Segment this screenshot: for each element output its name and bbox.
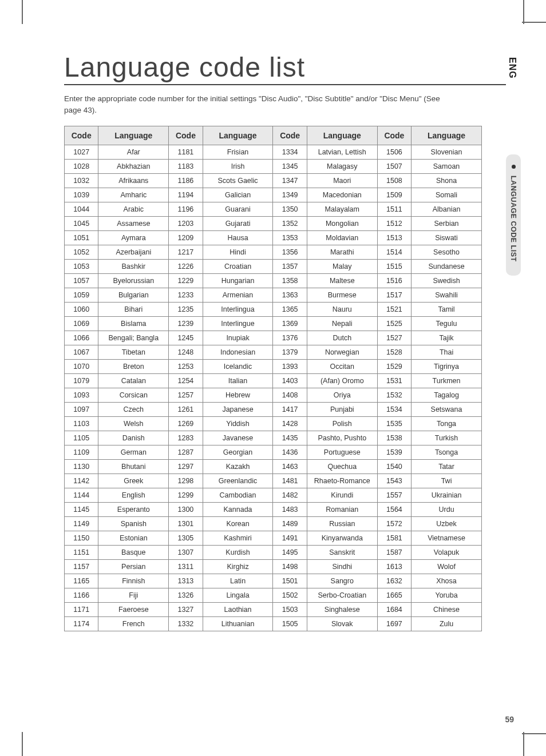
language-cell: Twi — [412, 474, 482, 488]
col-code: Code — [65, 126, 98, 145]
code-cell: 1028 — [65, 159, 98, 173]
language-cell: Sesotho — [412, 245, 482, 259]
language-cell: Volapuk — [412, 545, 482, 559]
code-cell: 1174 — [65, 616, 98, 631]
code-cell: 1097 — [65, 402, 98, 416]
table-row: 1157Persian1311Kirghiz1498Sindhi1613Wolo… — [65, 559, 482, 574]
code-cell: 1428 — [273, 416, 307, 431]
language-cell: Norwegian — [307, 345, 377, 359]
language-cell: Tsonga — [412, 445, 482, 459]
code-cell: 1070 — [65, 359, 98, 373]
table-header-row: Code Language Code Language Code Languag… — [65, 126, 482, 145]
table-row: 1044Arabic1196Guarani1350Malayalam1511Al… — [65, 202, 482, 216]
language-cell: Czech — [98, 402, 169, 416]
language-cell: Kannada — [203, 502, 273, 516]
code-cell: 1145 — [65, 502, 98, 516]
language-cell: Ukrainian — [412, 488, 482, 502]
code-cell: 1516 — [377, 273, 411, 288]
language-cell: Somali — [412, 188, 482, 202]
code-cell: 1248 — [169, 345, 203, 359]
language-cell: Bihari — [98, 302, 169, 316]
language-cell: Zulu — [412, 616, 482, 631]
code-cell: 1229 — [169, 273, 203, 288]
table-row: 1093Corsican1257Hebrew1408Oriya1532Tagal… — [65, 388, 482, 402]
code-cell: 1239 — [169, 316, 203, 331]
code-cell: 1345 — [273, 159, 307, 173]
language-cell: German — [98, 445, 169, 459]
code-cell: 1435 — [273, 431, 307, 445]
code-cell: 1349 — [273, 188, 307, 202]
language-cell: Tonga — [412, 416, 482, 431]
code-cell: 1149 — [65, 516, 98, 531]
language-cell: Catalan — [98, 373, 169, 388]
language-cell: Wolof — [412, 559, 482, 574]
code-cell: 1253 — [169, 359, 203, 373]
language-cell: Greenlandic — [203, 474, 273, 488]
code-cell: 1347 — [273, 173, 307, 188]
table-row: 1069Bislama1239Interlingue1369Nepali1525… — [65, 316, 482, 331]
language-cell: Greek — [98, 474, 169, 488]
table-row: 1059Bulgarian1233Armenian1363Burmese1517… — [65, 288, 482, 302]
language-cell: Danish — [98, 431, 169, 445]
language-cell: Latin — [203, 574, 273, 588]
language-cell: Interlingue — [203, 316, 273, 331]
code-cell: 1369 — [273, 316, 307, 331]
language-cell: Hebrew — [203, 388, 273, 402]
language-cell: Rhaeto-Romance — [307, 474, 377, 488]
code-cell: 1157 — [65, 559, 98, 574]
col-lang: Language — [98, 126, 169, 145]
language-cell: Hungarian — [203, 273, 273, 288]
language-cell: Turkmen — [412, 373, 482, 388]
code-cell: 1144 — [65, 488, 98, 502]
language-cell: Hausa — [203, 230, 273, 245]
code-cell: 1235 — [169, 302, 203, 316]
language-cell: Sundanese — [412, 259, 482, 273]
code-cell: 1245 — [169, 331, 203, 345]
language-cell: Siswati — [412, 230, 482, 245]
table-row: 1105Danish1283Javanese1435Pashto, Pushto… — [65, 431, 482, 445]
code-cell: 1505 — [273, 616, 307, 631]
language-cell: Indonesian — [203, 345, 273, 359]
code-cell: 1109 — [65, 445, 98, 459]
code-cell: 1684 — [377, 602, 411, 616]
code-cell: 1352 — [273, 216, 307, 230]
code-cell: 1357 — [273, 259, 307, 273]
code-cell: 1287 — [169, 445, 203, 459]
language-cell: Slovenian — [412, 145, 482, 159]
language-cell: Latvian, Lettish — [307, 145, 377, 159]
language-cell: Thai — [412, 345, 482, 359]
language-cell: Malagasy — [307, 159, 377, 173]
language-cell: Esperanto — [98, 502, 169, 516]
table-row: 1057Byelorussian1229Hungarian1358Maltese… — [65, 273, 482, 288]
table-row: 1079Catalan1254Italian1403(Afan) Oromo15… — [65, 373, 482, 388]
code-cell: 1529 — [377, 359, 411, 373]
language-cell: Tagalog — [412, 388, 482, 402]
language-cell: Tigrinya — [412, 359, 482, 373]
language-cell: Nauru — [307, 302, 377, 316]
code-cell: 1503 — [273, 602, 307, 616]
language-cell: Cambodian — [203, 488, 273, 502]
language-cell: Dutch — [307, 331, 377, 345]
language-cell: Urdu — [412, 502, 482, 516]
code-cell: 1209 — [169, 230, 203, 245]
code-cell: 1313 — [169, 574, 203, 588]
language-cell: Afrikaans — [98, 173, 169, 188]
code-cell: 1358 — [273, 273, 307, 288]
table-row: 1053Bashkir1226Croatian1357Malay1515Sund… — [65, 259, 482, 273]
language-cell: Slovak — [307, 616, 377, 631]
code-cell: 1532 — [377, 388, 411, 402]
code-cell: 1181 — [169, 145, 203, 159]
code-cell: 1436 — [273, 445, 307, 459]
language-cell: Lingala — [203, 588, 273, 602]
crop-mark — [522, 733, 546, 734]
language-cell: Galician — [203, 188, 273, 202]
language-cell: Assamese — [98, 216, 169, 230]
code-cell: 1032 — [65, 173, 98, 188]
code-cell: 1039 — [65, 188, 98, 202]
code-cell: 1150 — [65, 531, 98, 545]
language-cell: Romanian — [307, 502, 377, 516]
code-cell: 1539 — [377, 445, 411, 459]
language-cell: Kirghiz — [203, 559, 273, 574]
language-cell: Vietnamese — [412, 531, 482, 545]
language-cell: Occitan — [307, 359, 377, 373]
